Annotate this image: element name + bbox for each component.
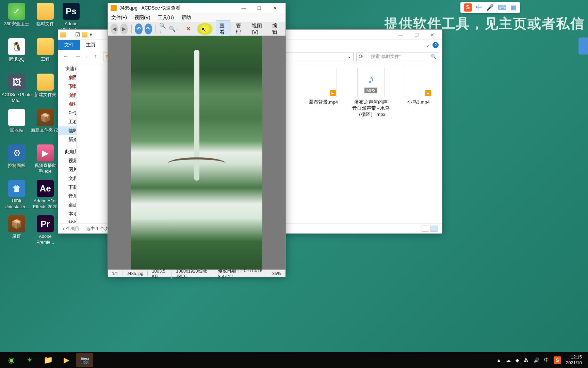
menu-file[interactable]: 文件(F) — [111, 15, 127, 21]
menu-tools[interactable]: 工具(U) — [158, 15, 174, 21]
desktop-icon-视频直播助手.exe[interactable]: ▶视频直播助手.exe — [30, 144, 61, 174]
tray-lang[interactable]: 中 — [544, 357, 549, 363]
desktop-icon-新建文件夹[interactable]: 新建文件夹 — [30, 74, 61, 98]
tree-node[interactable]: 文档📌 — [58, 91, 76, 100]
side-tab[interactable] — [578, 37, 588, 55]
taskbar-media[interactable]: ▶ — [58, 353, 75, 367]
tree-node[interactable]: 软件 (D:) — [58, 218, 76, 223]
desktop-icon-Adobe Premie...[interactable]: PrAdobe Premie... — [30, 215, 61, 245]
tab-view[interactable]: 查看 — [216, 20, 230, 38]
qat-dropdown-icon[interactable]: ▾ — [89, 31, 92, 38]
nav-up-button[interactable]: ↑ — [91, 52, 100, 61]
tree-node[interactable]: 此电脑 — [58, 148, 76, 156]
taskbar[interactable]: ◉ ✦ 📁 ▶ 📷 ▲ ☁ ◆ 🖧 🔊 中 S 12:15 2021/10 — [0, 352, 588, 368]
tab-viewmode[interactable]: 视图(V) — [248, 21, 267, 37]
next-button[interactable]: ▶ — [120, 24, 128, 34]
ico-pr-icon: Pr — [37, 215, 54, 232]
ime-voice-icon[interactable]: 🎤 — [486, 4, 494, 11]
viewer-minimize-button[interactable]: — — [236, 3, 251, 13]
tray-app-icon[interactable]: ◆ — [516, 357, 519, 363]
viewer-maximize-button[interactable]: ☐ — [251, 3, 267, 13]
nav-back-button[interactable]: ← — [61, 52, 70, 61]
tab-edit[interactable]: 编辑 — [269, 20, 283, 37]
qat-folder-icon[interactable] — [82, 32, 87, 37]
tree-node[interactable]: 图片📌 — [58, 100, 76, 109]
ime-keyboard-icon[interactable]: ⌨ — [498, 4, 507, 11]
maximize-button[interactable]: ☐ — [409, 30, 424, 40]
zoom-in-button[interactable]: 🔍+ — [159, 24, 167, 34]
desktop-icon-360安全卫士[interactable]: ✓360安全卫士 — [1, 3, 32, 27]
file-item[interactable]: ▶小鸟3.mp4 — [400, 68, 437, 105]
tray-up-icon[interactable]: ▲ — [496, 357, 501, 363]
ime-grid-icon[interactable]: ▦ — [511, 4, 517, 11]
tree-node[interactable]: 新建文件夹 (2) — [58, 135, 76, 144]
tab-manage[interactable]: 管理 — [232, 20, 246, 37]
file-item[interactable]: ♪MP3瀑布之声河的声音自然声带 - 水鸟（循环）.mp3 — [352, 68, 390, 118]
view-icons-button[interactable] — [430, 226, 438, 232]
tree-node[interactable]: 下载📌 — [58, 82, 76, 91]
system-tray[interactable]: ▲ ☁ ◆ 🖧 🔊 中 S 12:15 2021/10 — [496, 354, 585, 366]
viewer-titlebar[interactable]: J485.jpg - ACDSee 快速查看 — ☐ ✕ — [108, 3, 285, 13]
ime-lang[interactable]: 中 — [476, 3, 482, 12]
rotate-right-button[interactable]: ↷ — [145, 24, 152, 34]
desktop-icon-Adobe Photosh...[interactable]: PsAdobe Photosh... — [56, 3, 86, 33]
tree-node[interactable]: 视频 — [58, 156, 76, 165]
tray-ime-icon[interactable]: S — [554, 356, 561, 364]
taskbar-camera[interactable]: 📷 — [76, 353, 93, 367]
ribbon-chevron-icon[interactable]: ⌄ — [425, 42, 430, 48]
tree-label: 文档 — [68, 175, 77, 182]
desktop-icon-控制面板[interactable]: ⚙控制面板 — [1, 144, 32, 169]
taskbar-explorer[interactable]: 📁 — [39, 353, 56, 367]
delete-button[interactable]: ✕ — [184, 24, 192, 34]
file-item[interactable]: ▶瀑布背景.mp4 — [305, 68, 342, 105]
ribbon-tab-home[interactable]: 主页 — [80, 40, 102, 50]
rotate-left-button[interactable]: ↶ — [135, 24, 142, 34]
desktop-icon-HiBit Uninstaller...[interactable]: 🗑HiBit Uninstaller... — [1, 180, 32, 210]
tree-label: 软件 (D:) — [68, 220, 77, 223]
qat-check-icon[interactable]: ☑ — [75, 31, 80, 38]
viewer-close-button[interactable]: ✕ — [267, 3, 283, 13]
tree-node[interactable]: 文档 — [58, 174, 76, 183]
refresh-button[interactable]: ⟳ — [356, 52, 365, 61]
view-details-button[interactable] — [422, 226, 429, 232]
explorer-tree[interactable]: 快速访问桌面📌下载📌文档📌图片📌Pr使用注意事项工程临时文件新建文件夹 (2)此… — [58, 63, 77, 223]
tree-node[interactable]: 本地磁盘 (C:) — [58, 210, 76, 218]
tree-node[interactable]: 工程 — [58, 118, 76, 126]
help-icon[interactable]: ? — [432, 42, 439, 48]
search-input[interactable]: 搜索"临时文件" 🔍 — [368, 52, 439, 61]
desktop-icon-回收站[interactable]: 🗑回收站 — [1, 109, 32, 133]
desktop-icon-录屏[interactable]: 📦录屏 — [1, 215, 32, 240]
prev-button[interactable]: ◀ — [111, 24, 118, 34]
desktop-icon-Adobe After Effects 2020[interactable]: AeAdobe After Effects 2020 — [30, 180, 61, 210]
menu-help[interactable]: 帮助 — [181, 15, 191, 21]
close-button[interactable]: ✕ — [424, 30, 440, 40]
tree-node[interactable]: Pr使用注意事项 — [58, 109, 76, 118]
tree-node[interactable]: 图片 — [58, 165, 76, 174]
tree-node[interactable]: 快速访问 — [58, 64, 76, 73]
ico-bin-icon: 🗑 — [8, 109, 25, 126]
nav-forward-button[interactable]: → — [73, 52, 83, 61]
start-button[interactable]: ◉ — [3, 353, 20, 367]
zoom-out-button[interactable]: 🔍- — [169, 24, 177, 34]
taskbar-app-1[interactable]: ✦ — [21, 353, 38, 367]
search-icon[interactable]: 🔍 — [431, 54, 436, 59]
tray-volume-icon[interactable]: 🔊 — [534, 357, 539, 363]
tree-node[interactable]: 桌面 — [58, 201, 76, 210]
desktop-icon-ACDSee Photo Ma...[interactable]: 🖼ACDSee Photo Ma... — [1, 74, 32, 104]
tree-node[interactable]: 桌面📌 — [58, 73, 76, 82]
desktop-icon-新建文件夹 (2)[interactable]: 📦新建文件夹 (2) — [30, 109, 61, 133]
ime-toolbar[interactable]: S 中 🎤 ⌨ ▦ — [460, 2, 520, 13]
viewer-image-area[interactable] — [108, 36, 285, 270]
nav-history-icon[interactable]: ⌄ — [85, 55, 88, 58]
tray-network-icon[interactable]: 🖧 — [524, 357, 529, 363]
menu-view[interactable]: 视图(V) — [134, 15, 150, 21]
minimize-button[interactable]: — — [393, 30, 409, 40]
tray-cloud-icon[interactable]: ☁ — [506, 357, 511, 363]
ribbon-tab-file[interactable]: 文件 — [58, 40, 80, 50]
taskbar-clock[interactable]: 12:15 2021/10 — [566, 354, 582, 366]
address-dropdown-icon[interactable]: ⌄ — [347, 54, 351, 59]
desktop-icon-腾讯QQ[interactable]: 🐧腾讯QQ — [1, 38, 32, 62]
tree-node[interactable]: 音乐 — [58, 192, 76, 201]
tree-node[interactable]: 临时文件 — [58, 126, 76, 135]
tree-node[interactable]: 下载 — [58, 183, 76, 192]
